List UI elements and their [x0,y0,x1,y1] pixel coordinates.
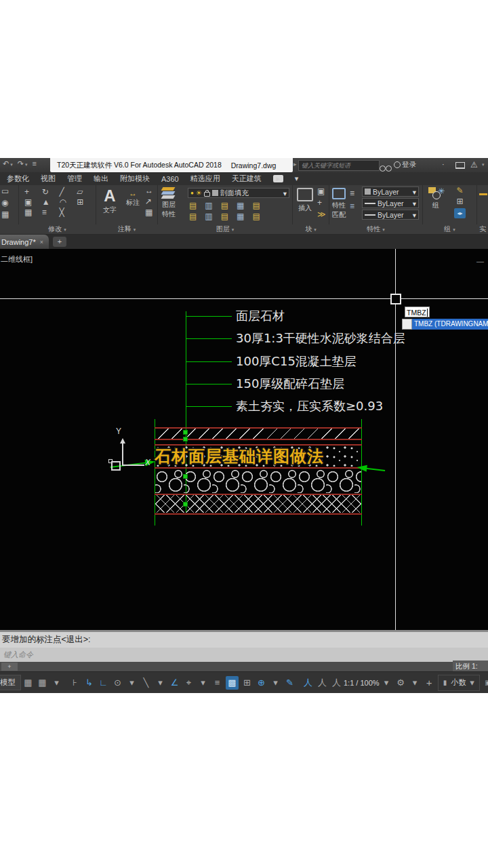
command-input[interactable]: 键入命令 [0,648,488,662]
layer-tool-icon[interactable]: ▤ [221,201,228,210]
explode-icon[interactable]: ▦ [24,208,38,217]
command-new-tab-button[interactable]: + [1,663,18,671]
undo-dropdown-icon[interactable]: ▾ [10,162,14,167]
3dosnap-dropdown-icon[interactable]: ▾ [268,675,283,691]
rotate-icon[interactable]: ↻ [42,188,56,197]
layer-tool-icon[interactable]: ▤ [252,212,260,221]
offset-icon[interactable]: ⊞ [77,198,90,207]
layer-tool-icon[interactable]: ▥ [205,212,212,221]
autocomplete-suggestion[interactable]: TMBZ (TDRAWINGNAM [412,319,488,330]
file-tab-active[interactable]: Drawing7* × [0,235,49,249]
redo-dropdown-icon[interactable]: ▾ [25,162,29,167]
mirror-icon[interactable]: ▲ [42,198,56,207]
grip-point[interactable] [183,430,188,435]
utilities-panel-label[interactable]: 实 [477,224,488,234]
array-icon[interactable]: ≡ [42,208,56,217]
command-dynamic-input[interactable]: TMBZ [405,307,430,317]
units-dropdown-icon[interactable]: ▾ [470,675,475,691]
annotation-visibility-icon[interactable]: 人 [301,675,315,691]
grid-icon[interactable]: ▦ [21,675,35,691]
lineweight-display-icon[interactable]: ≡ [210,675,224,691]
isodraft-icon[interactable]: ╲ [139,675,153,691]
object-snap-tracking-icon[interactable]: ∠ [167,675,182,691]
layer-dropdown-icon[interactable]: ▾ [283,189,287,197]
model-space-button[interactable]: 模型 [0,675,21,690]
block-more-icon[interactable]: ≫ [317,210,326,219]
titlebar-dropdown-icon[interactable]: ▾ [482,162,485,167]
lineweight-list-icon[interactable]: ≡ [350,189,354,198]
grid-display-icon[interactable]: ▦ [35,675,49,691]
match-properties-button[interactable]: 特性匹配 [332,188,346,220]
isodraft-dropdown-icon[interactable]: ▾ [153,675,167,691]
layer-select[interactable]: ● ☀ 剖面填充 ▾ [188,188,289,198]
video-icon[interactable]: ▸ [273,175,283,182]
osnap-dropdown-icon[interactable]: ▾ [196,675,210,691]
layer-tool-icon[interactable]: ▥ [205,201,212,210]
sign-in-link[interactable]: 登录 [402,160,416,170]
group-panel-label[interactable]: 组 ▾ [423,224,476,234]
dim-style-icon[interactable]: ↔ [145,186,153,195]
snap-mode-icon[interactable]: ⊦ [68,675,82,691]
insert-block-button[interactable]: 插入 [297,188,313,213]
autoscale-icon[interactable]: 人 [315,675,329,691]
group-select-toggle[interactable]: ◂▸ [454,208,466,218]
menu-output[interactable]: 输出 [94,174,108,184]
dynamic-input-icon[interactable]: ↳ [82,675,96,691]
menu-parametric[interactable]: 参数化 [7,174,29,184]
grid-dropdown-icon[interactable]: ▾ [49,675,64,691]
polar-tracking-icon[interactable]: ⊙ [110,675,125,691]
annotation-scale-icon[interactable]: 人 [329,675,344,691]
lineweight-select[interactable]: ByLayer ▾ [362,198,419,208]
layer-tool-icon[interactable]: ▤ [252,201,260,210]
title-overflow-icon[interactable]: ▸ [293,161,297,167]
group-button[interactable]: ✳ 组 [428,187,443,210]
isolate-objects-icon[interactable]: ▣ [481,675,488,691]
qat-customize-icon[interactable]: ≡ [33,159,38,167]
stretch-icon[interactable]: ╳ [60,208,73,217]
layer-tool-icon[interactable]: ▦ [237,212,244,221]
linetype-list-icon[interactable]: ≡ [350,202,354,211]
dimension-tool-label[interactable]: 标注 [126,198,140,208]
grip-point[interactable] [183,502,188,507]
app-store-icon[interactable]: ⚠ [470,160,478,170]
linetype-dropdown-icon[interactable]: ▾ [413,211,416,219]
layer-color-swatch[interactable] [212,190,218,196]
table-icon[interactable]: ▦ [145,208,153,217]
fillet-icon[interactable]: ◠ [60,198,73,207]
erase-icon[interactable]: ▱ [77,188,90,197]
3d-object-snap-icon[interactable]: ⊕ [254,675,268,691]
menu-manage[interactable]: 管理 [67,174,82,184]
grip-point[interactable] [183,474,188,479]
search-input[interactable]: 键入关键字或短语 [298,160,380,171]
leader-icon[interactable]: ↗ [145,197,153,206]
text-tool-label[interactable]: 文字 [103,205,117,215]
move-icon[interactable]: + [24,188,38,197]
annotation-monitor-icon[interactable]: ✎ [283,675,297,691]
group-edit-icon[interactable]: ✎ [456,186,463,195]
command-autocomplete[interactable]: TMBZ (TDRAWINGNAM [402,319,488,330]
dimension-tool-icon[interactable]: ↔ [126,189,140,198]
draw-tool-icon[interactable]: ▭ [1,187,17,196]
draw-tool-icon[interactable]: ▦ [1,210,17,219]
linetype-select[interactable]: ByLayer ▾ [362,210,419,220]
new-tab-button[interactable]: + [53,237,66,247]
menu-addins[interactable]: 附加模块 [120,174,150,184]
transparency-icon[interactable]: ▩ [226,676,239,690]
gear-dropdown-icon[interactable]: ▾ [408,675,422,691]
color-dropdown-icon[interactable]: ▾ [413,188,416,196]
menu-a360[interactable]: A360 [161,175,179,183]
ortho-mode-icon[interactable]: ∟ [96,675,110,691]
menu-featured-apps[interactable]: 精选应用 [190,174,220,184]
group-manager-icon[interactable]: ⊞ [456,197,463,206]
menu-view[interactable]: 视图 [41,174,56,184]
viewport-minus[interactable]: — [476,257,484,265]
plus-icon[interactable]: + [422,675,436,691]
copy-icon[interactable]: ▣ [24,198,38,207]
layers-panel-label[interactable]: 图层 ▾ [158,224,292,234]
properties-panel-label[interactable]: 特性 ▾ [329,224,422,234]
text-tool-icon[interactable]: A [103,186,117,205]
workspace-gear-icon[interactable]: ⚙ [394,675,408,691]
annotate-panel-label[interactable]: 注释 ▾ [96,224,157,234]
trim-icon[interactable]: ╱ [60,188,73,197]
layer-on-icon[interactable]: ● [190,190,194,196]
